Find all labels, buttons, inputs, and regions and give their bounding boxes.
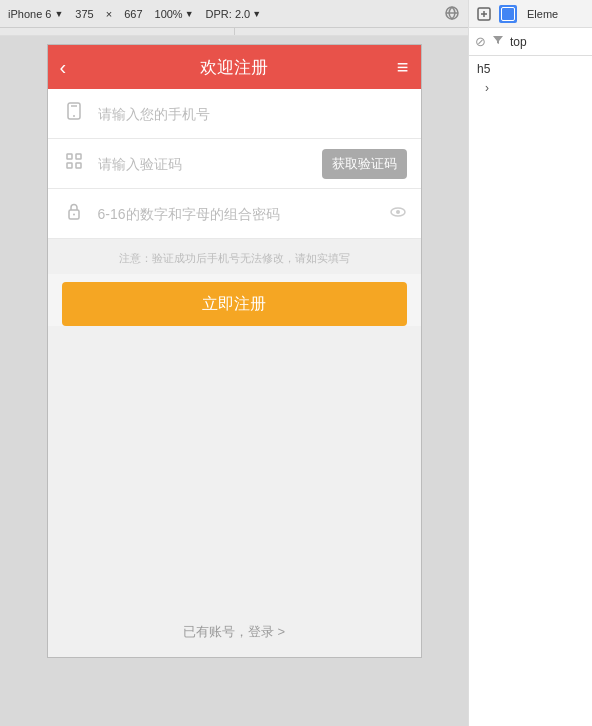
toolbar-x: × bbox=[106, 8, 112, 20]
svg-point-12 bbox=[396, 210, 400, 214]
browser-panel: iPhone 6 ▼ 375 × 667 100% ▼ DPR: 2.0 ▼ bbox=[0, 0, 468, 726]
phone-frame: ‹ 欢迎注册 ≡ bbox=[47, 44, 422, 658]
phone-screen: ‹ 欢迎注册 ≡ bbox=[48, 45, 421, 657]
devtools-tabs: Eleme bbox=[469, 0, 592, 28]
register-button[interactable]: 立即注册 bbox=[62, 282, 407, 326]
browser-toolbar: iPhone 6 ▼ 375 × 667 100% ▼ DPR: 2.0 ▼ bbox=[0, 0, 468, 28]
get-verify-code-button[interactable]: 获取验证码 bbox=[322, 149, 407, 179]
toolbar-height: 667 bbox=[124, 8, 142, 20]
toolbar-zoom[interactable]: 100% ▼ bbox=[155, 8, 194, 20]
svg-point-10 bbox=[73, 214, 75, 216]
device-selector[interactable]: iPhone 6 ▼ bbox=[8, 8, 63, 20]
svg-rect-8 bbox=[76, 163, 81, 168]
toolbar-divider: 375 bbox=[75, 8, 93, 20]
toolbar-dpr[interactable]: DPR: 2.0 ▼ bbox=[206, 8, 262, 20]
filter-text: top bbox=[510, 35, 527, 49]
password-input[interactable] bbox=[98, 206, 377, 222]
devtools-content: h5 › bbox=[469, 56, 592, 726]
empty-space bbox=[48, 326, 421, 606]
phone-icon bbox=[62, 101, 86, 126]
devtools-elements-tab[interactable] bbox=[499, 5, 517, 23]
app-header: ‹ 欢迎注册 ≡ bbox=[48, 45, 421, 89]
devtools-filter-bar: ⊘ top bbox=[469, 28, 592, 56]
login-link-area: 已有账号，登录 > bbox=[48, 606, 421, 657]
ruler-strip bbox=[0, 28, 468, 36]
devtools-cursor-tab[interactable] bbox=[475, 5, 493, 23]
notice-text: 注意：验证成功后手机号无法修改，请如实填写 bbox=[62, 251, 407, 266]
phone-input[interactable] bbox=[98, 106, 407, 122]
svg-rect-6 bbox=[76, 154, 81, 159]
phone-field bbox=[48, 89, 421, 139]
eye-icon[interactable] bbox=[389, 203, 407, 225]
grid-icon bbox=[62, 151, 86, 176]
password-field bbox=[48, 189, 421, 239]
svg-rect-5 bbox=[67, 154, 72, 159]
back-button[interactable]: ‹ bbox=[60, 56, 67, 79]
phone-area: ‹ 欢迎注册 ≡ bbox=[0, 36, 468, 726]
devtools-panel: Eleme ⊘ top h5 › bbox=[468, 0, 592, 726]
no-entry-icon[interactable]: ⊘ bbox=[475, 34, 486, 49]
verify-field: 获取验证码 bbox=[48, 139, 421, 189]
svg-rect-7 bbox=[67, 163, 72, 168]
login-link[interactable]: 已有账号，登录 > bbox=[183, 624, 285, 639]
lock-icon bbox=[62, 201, 86, 226]
page-title: 欢迎注册 bbox=[200, 56, 268, 79]
devtools-arrow-row: › bbox=[477, 78, 584, 96]
device-mode-icon[interactable] bbox=[444, 5, 460, 23]
verify-input[interactable] bbox=[98, 156, 310, 172]
devtools-element-h5: h5 bbox=[477, 60, 584, 78]
notice-area: 注意：验证成功后手机号无法修改，请如实填写 bbox=[48, 239, 421, 274]
svg-point-3 bbox=[73, 115, 75, 117]
menu-button[interactable]: ≡ bbox=[397, 56, 409, 79]
elements-tab-label: Eleme bbox=[527, 8, 558, 20]
funnel-icon[interactable] bbox=[492, 34, 504, 49]
expand-arrow[interactable]: › bbox=[485, 81, 489, 95]
